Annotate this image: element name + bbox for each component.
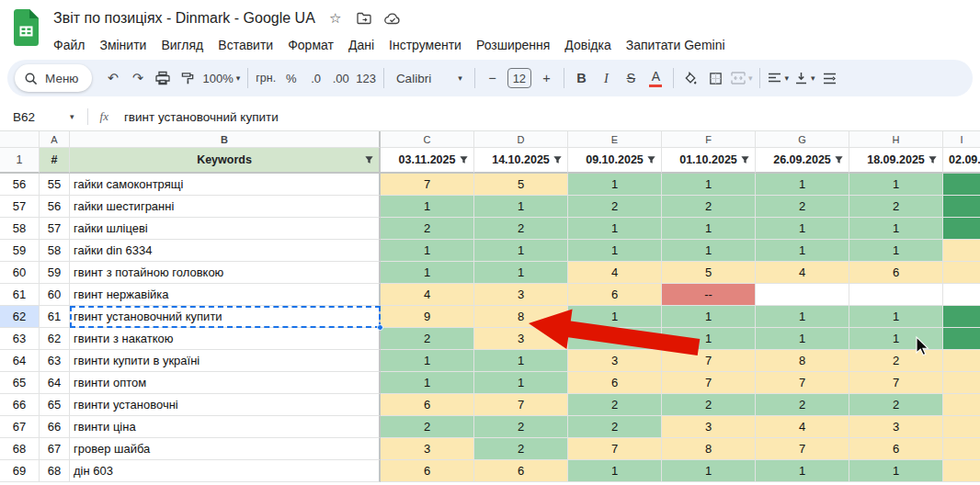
cell-A63[interactable]: 62 bbox=[40, 328, 70, 350]
cell-G61[interactable] bbox=[756, 284, 849, 306]
column-header-A[interactable]: A bbox=[40, 131, 70, 148]
cell-D64[interactable]: 1 bbox=[474, 350, 568, 372]
cell-I59[interactable] bbox=[943, 240, 980, 262]
cell-E68[interactable]: 7 bbox=[568, 438, 662, 460]
cell-H64[interactable]: 2 bbox=[849, 350, 943, 372]
row-header-61[interactable]: 61 bbox=[0, 284, 40, 306]
cell-H62[interactable]: 1 bbox=[849, 306, 943, 328]
cell-H63[interactable]: 1 bbox=[849, 328, 943, 350]
cell-I65[interactable] bbox=[943, 372, 980, 394]
cell-F61[interactable]: -- bbox=[662, 284, 756, 306]
filter-icon[interactable] bbox=[646, 155, 656, 165]
cell-E58[interactable]: 1 bbox=[568, 218, 662, 240]
column-header-H[interactable]: H bbox=[849, 131, 943, 148]
filter-icon[interactable] bbox=[459, 155, 469, 165]
row-header-67[interactable]: 67 bbox=[0, 416, 40, 438]
cell-E60[interactable]: 4 bbox=[568, 262, 662, 284]
cell-C63[interactable]: 2 bbox=[381, 328, 474, 350]
row-header-57[interactable]: 57 bbox=[0, 196, 40, 218]
cell-C61[interactable]: 4 bbox=[381, 284, 474, 306]
text-wrap-button[interactable] bbox=[817, 65, 842, 91]
cell-F59[interactable]: 1 bbox=[662, 240, 756, 262]
cell-B68[interactable]: гровер шайба bbox=[70, 438, 381, 460]
column-header-F[interactable]: F bbox=[662, 131, 756, 148]
menu-item-6[interactable]: Інструменти bbox=[382, 35, 469, 55]
row-header-62[interactable]: 62 bbox=[0, 306, 40, 328]
italic-button[interactable]: I bbox=[594, 65, 619, 91]
cell-F62[interactable]: 1 bbox=[662, 306, 756, 328]
header-date-5[interactable]: 18.09.2025 bbox=[849, 148, 943, 174]
header-date-0[interactable]: 03.11.2025 bbox=[381, 148, 474, 174]
cell-C67[interactable]: 2 bbox=[381, 416, 474, 438]
cell-C58[interactable]: 2 bbox=[381, 218, 474, 240]
cell-B65[interactable]: гвинти оптом bbox=[70, 372, 381, 394]
menu-search[interactable]: Меню bbox=[15, 64, 92, 92]
filter-icon[interactable] bbox=[740, 155, 750, 165]
cell-F65[interactable]: 7 bbox=[662, 372, 756, 394]
cell-G64[interactable]: 8 bbox=[756, 350, 849, 372]
cell-D61[interactable]: 3 bbox=[474, 284, 568, 306]
header-date-6[interactable]: 02.09.2025 bbox=[943, 148, 980, 174]
cell-A57[interactable]: 56 bbox=[40, 196, 70, 218]
cell-C60[interactable]: 1 bbox=[381, 262, 474, 284]
filter-icon[interactable] bbox=[553, 155, 563, 165]
cell-B61[interactable]: гвинт нержавійка bbox=[70, 284, 381, 306]
cell-G69[interactable]: 1 bbox=[756, 460, 849, 482]
cell-G60[interactable]: 4 bbox=[756, 262, 849, 284]
cell-C64[interactable]: 1 bbox=[381, 350, 474, 372]
cell-F57[interactable]: 2 bbox=[662, 196, 756, 218]
cell-H57[interactable]: 2 bbox=[849, 196, 943, 218]
menu-item-3[interactable]: Вставити bbox=[211, 35, 280, 55]
menu-item-2[interactable]: Вигляд bbox=[154, 35, 211, 55]
bold-button[interactable]: B bbox=[569, 65, 594, 91]
cell-D63[interactable]: 3 bbox=[474, 328, 568, 350]
column-header-I[interactable]: I bbox=[943, 131, 980, 148]
cell-I56[interactable] bbox=[943, 174, 980, 196]
cell-F56[interactable]: 1 bbox=[662, 174, 756, 196]
column-header-C[interactable]: C bbox=[381, 131, 474, 148]
row-header-69[interactable]: 69 bbox=[0, 460, 40, 482]
cell-C59[interactable]: 1 bbox=[381, 240, 474, 262]
cell-B66[interactable]: гвинти установочні bbox=[70, 394, 381, 416]
cell-B58[interactable]: гайки шліцеві bbox=[70, 218, 381, 240]
decrease-decimals-button[interactable]: .0 bbox=[303, 65, 328, 91]
cell-E67[interactable]: 2 bbox=[568, 416, 662, 438]
cell-G66[interactable]: 2 bbox=[756, 394, 849, 416]
header-date-3[interactable]: 01.10.2025 bbox=[662, 148, 756, 174]
cell-D56[interactable]: 5 bbox=[474, 174, 568, 196]
cell-A61[interactable]: 60 bbox=[40, 284, 70, 306]
menu-item-1[interactable]: Змінити bbox=[92, 35, 154, 55]
cell-F58[interactable]: 1 bbox=[662, 218, 756, 240]
column-header-D[interactable]: D bbox=[474, 131, 568, 148]
strikethrough-button[interactable]: S bbox=[619, 65, 644, 91]
filter-icon[interactable] bbox=[364, 155, 374, 165]
cell-A65[interactable]: 64 bbox=[40, 372, 70, 394]
cell-F66[interactable]: 2 bbox=[662, 394, 756, 416]
menu-item-0[interactable]: Файл bbox=[46, 35, 92, 55]
menu-item-4[interactable]: Формат bbox=[280, 35, 341, 55]
cell-D68[interactable]: 2 bbox=[474, 438, 568, 460]
cell-I66[interactable] bbox=[943, 394, 980, 416]
horizontal-align-button[interactable]: ▾ bbox=[765, 65, 792, 91]
cell-F63[interactable]: 1 bbox=[662, 328, 756, 350]
cell-G67[interactable]: 4 bbox=[756, 416, 849, 438]
row-header-64[interactable]: 64 bbox=[0, 350, 40, 372]
document-title[interactable]: Звіт по позиціях - Dinmark - Google UA bbox=[53, 10, 315, 27]
column-header-G[interactable]: G bbox=[756, 131, 849, 148]
cell-A62[interactable]: 61 bbox=[40, 306, 70, 328]
cell-F60[interactable]: 5 bbox=[662, 262, 756, 284]
cell-D59[interactable]: 1 bbox=[474, 240, 568, 262]
menu-item-9[interactable]: Запитати Gemini bbox=[619, 35, 733, 55]
row-header-1[interactable]: 1 bbox=[0, 148, 40, 174]
percent-format-button[interactable]: % bbox=[279, 65, 303, 91]
more-formats-button[interactable]: 123 bbox=[353, 65, 379, 91]
cell-B69[interactable]: дін 603 bbox=[70, 460, 381, 482]
cell-D65[interactable]: 1 bbox=[474, 372, 568, 394]
cell-H66[interactable]: 2 bbox=[849, 394, 943, 416]
cell-H58[interactable]: 1 bbox=[849, 218, 943, 240]
row-header-56[interactable]: 56 bbox=[0, 174, 40, 196]
cell-C68[interactable]: 3 bbox=[381, 438, 474, 460]
star-icon[interactable]: ☆ bbox=[327, 10, 344, 27]
row-header-68[interactable]: 68 bbox=[0, 438, 40, 460]
cell-B62[interactable]: гвинт установочний купити bbox=[70, 306, 381, 328]
